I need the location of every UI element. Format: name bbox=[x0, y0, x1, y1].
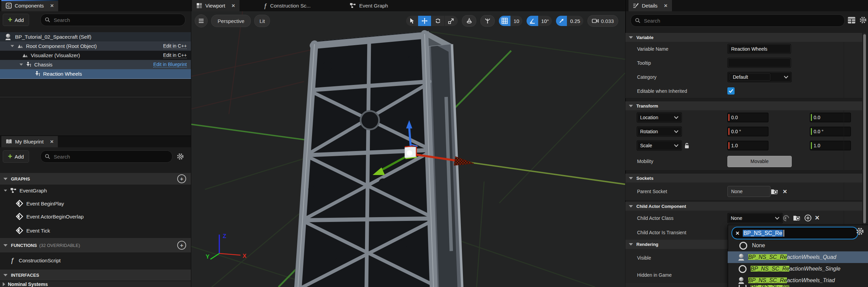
add-function-icon[interactable]: + bbox=[177, 241, 186, 250]
lit-button[interactable]: Lit bbox=[254, 15, 270, 27]
editable-checkbox[interactable] bbox=[727, 87, 735, 95]
scale-snap-value[interactable]: 0.25 bbox=[567, 16, 583, 26]
event-begin-play-row[interactable]: Event BeginPlay bbox=[0, 198, 191, 209]
rotation-row: Rotation 0.0 ° 0.0 ° 0.0 ° bbox=[625, 124, 862, 139]
details-scrollbar-thumb[interactable] bbox=[863, 34, 866, 223]
components-tree-row-visualizer[interactable]: Visualizer (Visualizer) Edit in C++ bbox=[0, 51, 191, 60]
snap-to-surface-icon[interactable] bbox=[480, 15, 495, 27]
perspective-button[interactable]: Perspective bbox=[211, 15, 251, 27]
scale-lock-icon[interactable] bbox=[684, 142, 689, 149]
rotation-x-input[interactable]: 0.0 ° bbox=[727, 127, 768, 136]
components-tree-row-root[interactable]: Root Component (Root Object) Edit in C++ bbox=[0, 41, 191, 51]
expander-down-icon[interactable] bbox=[20, 64, 23, 66]
scale-x-input[interactable]: 1.0 bbox=[727, 141, 768, 150]
angle-snap-value[interactable]: 10° bbox=[538, 16, 552, 26]
clear-class-icon[interactable]: × bbox=[815, 213, 819, 222]
variable-name-input[interactable]: Reaction Wheels bbox=[727, 44, 791, 54]
tooltip-input[interactable] bbox=[727, 58, 791, 68]
components-tree-row-chassis[interactable]: Chassis Edit in Blueprint bbox=[0, 60, 191, 69]
tab-details[interactable]: Details × bbox=[629, 0, 672, 11]
class-picker-settings-gear-icon[interactable] bbox=[855, 227, 865, 236]
picker-item-single[interactable]: BP_NS_SC_ReactionWheels_Single bbox=[728, 263, 868, 275]
grid-snap-icon[interactable] bbox=[499, 16, 510, 26]
tab-my-blueprint[interactable]: My Blueprint × bbox=[1, 136, 58, 147]
plus-circle-icon[interactable] bbox=[804, 214, 812, 222]
expander-down-icon[interactable] bbox=[11, 45, 14, 47]
my-blueprint-search[interactable] bbox=[40, 150, 172, 163]
graphs-section-header[interactable]: GRAPHS + bbox=[0, 173, 191, 185]
nominal-systems-header[interactable]: Nominal Systems bbox=[0, 281, 191, 287]
world-space-toggle-icon[interactable] bbox=[462, 15, 476, 27]
sockets-section-header[interactable]: Sockets bbox=[625, 174, 862, 183]
socket-browse-icon[interactable] bbox=[771, 188, 779, 195]
components-tree-row-self[interactable]: BP_Tutorial_02_Spacecraft (Self) bbox=[0, 32, 191, 41]
picker-item-quad[interactable]: BP_NS_SC_ReactionWheels_Quad bbox=[728, 251, 868, 263]
child-actor-class-dropdown[interactable]: None bbox=[727, 213, 783, 223]
components-add-button[interactable]: + Add bbox=[3, 14, 29, 26]
location-y-input[interactable]: 0.0 bbox=[810, 113, 851, 122]
variable-section-header[interactable]: Variable bbox=[625, 33, 862, 42]
event-tick-row[interactable]: Event Tick bbox=[0, 224, 191, 237]
details-search-input[interactable] bbox=[643, 17, 840, 24]
components-search-input[interactable] bbox=[53, 17, 181, 23]
picker-item-partial[interactable]: BP_NS_SC_Re bbox=[728, 285, 868, 287]
edit-in-cpp-link[interactable]: Edit in C++ bbox=[163, 43, 187, 49]
construction-script-row[interactable]: ƒ ConstructionScript bbox=[0, 252, 191, 268]
close-icon[interactable]: × bbox=[50, 2, 54, 9]
location-dropdown[interactable]: Location bbox=[637, 112, 682, 123]
interfaces-section-header[interactable]: INTERFACES bbox=[0, 270, 191, 280]
rotate-tool-icon[interactable] bbox=[431, 16, 444, 26]
picker-item-triad[interactable]: BP_NS_SC_ReactionWheels_Triad bbox=[728, 275, 868, 286]
tab-construction-script[interactable]: ƒ Construction Sc... bbox=[259, 0, 315, 11]
class-picker-search[interactable]: × BP_NS_SC_Re bbox=[731, 227, 858, 239]
display-filter-icon[interactable] bbox=[847, 16, 856, 24]
move-tool-icon[interactable] bbox=[418, 16, 431, 26]
functions-section-header[interactable]: FUNCTIONS (32 OVERRIDABLE) + bbox=[0, 238, 191, 252]
scale-dropdown[interactable]: Scale bbox=[637, 140, 682, 151]
child-actor-section-header[interactable]: Child Actor Component bbox=[625, 202, 862, 211]
viewport-3d-scene[interactable]: Z X Y bbox=[191, 11, 625, 287]
expander-down-icon[interactable] bbox=[4, 189, 7, 191]
details-settings-gear-icon[interactable] bbox=[859, 16, 867, 24]
components-search[interactable] bbox=[40, 14, 185, 26]
angle-snap-icon[interactable] bbox=[527, 16, 538, 26]
tab-components[interactable]: C Components × bbox=[1, 0, 58, 11]
location-x-input[interactable]: 0.0 bbox=[727, 113, 768, 122]
scale-y-input[interactable]: 1.0 bbox=[810, 141, 851, 150]
class-picker-search-text[interactable]: BP_NS_SC_Re bbox=[743, 230, 783, 237]
clear-socket-icon[interactable]: × bbox=[783, 187, 787, 196]
graph-icon bbox=[10, 188, 17, 194]
scale-snap-icon[interactable] bbox=[556, 16, 567, 26]
viewport-menu-button[interactable] bbox=[195, 14, 208, 27]
parent-socket-input[interactable]: None bbox=[727, 186, 770, 197]
select-tool-icon[interactable] bbox=[406, 16, 418, 26]
tab-viewport[interactable]: Viewport × bbox=[192, 0, 239, 11]
edit-in-cpp-link[interactable]: Edit in C++ bbox=[163, 52, 187, 58]
grid-snap-value[interactable]: 10 bbox=[510, 16, 522, 26]
close-icon[interactable]: × bbox=[664, 2, 668, 9]
components-tree-row-reaction-wheels[interactable]: Reaction Wheels bbox=[0, 69, 191, 79]
use-selected-icon[interactable] bbox=[782, 214, 790, 222]
edit-in-blueprint-link[interactable]: Edit in Blueprint bbox=[153, 62, 187, 67]
tab-event-graph[interactable]: Event Graph bbox=[345, 0, 392, 11]
category-dropdown[interactable]: Default bbox=[727, 72, 792, 82]
details-search[interactable] bbox=[631, 14, 845, 27]
rotation-y-input[interactable]: 0.0 ° bbox=[810, 127, 851, 136]
add-graph-icon[interactable]: + bbox=[177, 174, 186, 183]
browse-asset-icon[interactable] bbox=[793, 215, 801, 221]
picker-item-none[interactable]: None bbox=[728, 240, 868, 251]
spacecraft-model[interactable] bbox=[294, 31, 462, 287]
camera-speed-button[interactable]: 0.033 bbox=[587, 15, 619, 27]
transform-section-header[interactable]: Transform bbox=[625, 101, 862, 110]
close-icon[interactable]: × bbox=[50, 138, 53, 145]
my-blueprint-add-button[interactable]: + Add bbox=[3, 150, 29, 163]
rotation-dropdown[interactable]: Rotation bbox=[637, 126, 682, 137]
event-actor-begin-overlap-row[interactable]: Event ActorBeginOverlap bbox=[0, 211, 191, 222]
close-icon[interactable]: × bbox=[232, 2, 235, 9]
scale-tool-icon[interactable] bbox=[444, 16, 458, 26]
settings-gear-icon[interactable] bbox=[176, 152, 184, 161]
event-graph-row[interactable]: EventGraph bbox=[0, 185, 191, 196]
clear-search-icon[interactable]: × bbox=[736, 230, 739, 236]
my-blueprint-search-input[interactable] bbox=[53, 153, 168, 160]
mobility-movable-button[interactable]: Movable bbox=[727, 156, 792, 167]
